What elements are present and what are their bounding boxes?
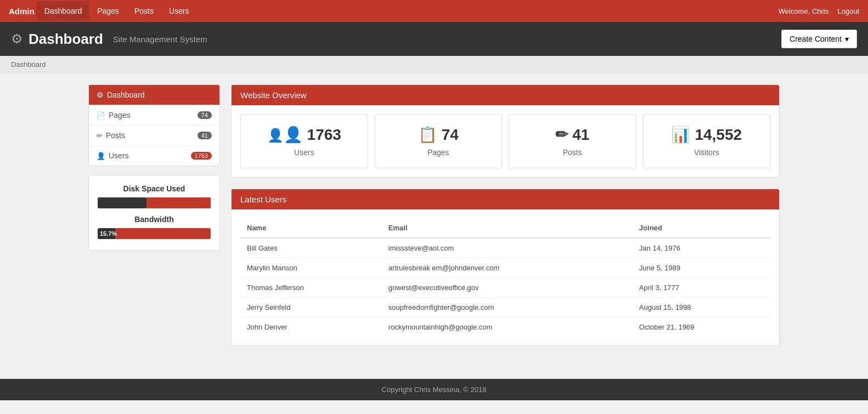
posts-badge: 41 bbox=[198, 132, 212, 139]
bandwidth-bar-container: 15.7% bbox=[98, 228, 211, 239]
table-row: Thomas Jefferson gowest@executiveoffice.… bbox=[240, 278, 770, 298]
nav-link-posts[interactable]: Posts bbox=[127, 1, 161, 21]
sidebar-gear-icon bbox=[97, 90, 104, 99]
header-bar: Dashboard Site Management System Create … bbox=[0, 22, 868, 56]
nav-link-pages[interactable]: Pages bbox=[89, 1, 127, 21]
cell-joined: June 5, 1989 bbox=[633, 258, 770, 278]
table-row: Marylin Manson artrulesbreak em@johndenv… bbox=[240, 258, 770, 278]
sidebar-item-users[interactable]: Users 1763 bbox=[89, 145, 219, 166]
stat-visitors-label: Visitors bbox=[694, 148, 719, 157]
sidebar-pages-label: Pages bbox=[109, 111, 131, 120]
nav-right: Welcome, Chris Logout bbox=[779, 7, 859, 15]
col-joined: Joined bbox=[633, 218, 770, 238]
create-content-caret: ▾ bbox=[845, 35, 849, 43]
stat-posts-label: Posts bbox=[563, 148, 582, 157]
brand-label: Admin bbox=[9, 7, 35, 16]
pages-icon bbox=[97, 111, 105, 120]
sidebar-users-label: Users bbox=[109, 151, 129, 160]
users-icon bbox=[97, 151, 105, 160]
cell-name: Marylin Manson bbox=[240, 258, 382, 278]
cell-joined: October 21, 1969 bbox=[633, 317, 770, 337]
breadcrumb-text: Dashboard bbox=[11, 60, 46, 69]
cell-email: rockymountainhigh@google.com bbox=[382, 317, 633, 337]
latest-users-body: Name Email Joined Bill Gates imisssteve@… bbox=[232, 209, 779, 345]
welcome-text: Welcome, Chris bbox=[779, 7, 829, 15]
overview-panel: Website Overview 👤 1763 Users 📋 74 Pages bbox=[231, 84, 780, 178]
stat-box-visitors: 📊 14,552 Visitors bbox=[643, 114, 771, 168]
stat-box-pages: 📋 74 Pages bbox=[375, 114, 503, 168]
bandwidth-title: Bandwidth bbox=[98, 215, 211, 224]
sidebar-item-pages[interactable]: Pages 74 bbox=[89, 105, 219, 125]
create-content-label: Create Content bbox=[790, 35, 842, 43]
sidebar: Dashboard Pages 74 Posts 41 Users bbox=[88, 84, 220, 357]
sidebar-menu-title: Dashboard bbox=[107, 90, 145, 99]
sidebar-posts-label: Posts bbox=[106, 131, 125, 140]
top-navigation: Admin Dashboard Pages Posts Users Welcom… bbox=[0, 0, 868, 22]
stat-posts-value: 41 bbox=[572, 126, 589, 144]
cell-name: Thomas Jefferson bbox=[240, 278, 382, 298]
disk-space-bar bbox=[98, 197, 146, 208]
cell-email: soupfreedomfighter@google.com bbox=[382, 298, 633, 317]
stat-users-value: 1763 bbox=[307, 126, 341, 144]
cell-email: imisssteve@aol.com bbox=[382, 238, 633, 258]
stat-box-users: 👤 1763 Users bbox=[240, 114, 368, 168]
cell-email: gowest@executiveoffice.gov bbox=[382, 278, 633, 298]
footer: Copyright Chris Messina, © 2018 bbox=[0, 379, 868, 400]
pages-badge: 74 bbox=[198, 111, 212, 119]
footer-text: Copyright Chris Messina, © 2018 bbox=[382, 385, 487, 394]
stat-user-icon: 👤 bbox=[267, 126, 303, 144]
disk-space-bar-container: 43% bbox=[98, 197, 211, 208]
users-badge: 1763 bbox=[191, 152, 212, 160]
latest-users-header: Latest Users bbox=[232, 189, 779, 209]
cell-joined: Jan 14, 1976 bbox=[633, 238, 770, 258]
table-row: Jerry Seinfeld soupfreedomfighter@google… bbox=[240, 298, 770, 317]
stat-visitors-value: 14,552 bbox=[695, 126, 742, 144]
stat-box-posts: ✏ 41 Posts bbox=[509, 114, 636, 168]
stat-posts-icon: ✏ bbox=[555, 126, 568, 144]
table-header-row: Name Email Joined bbox=[240, 218, 770, 238]
stat-users-label: Users bbox=[294, 148, 314, 157]
nav-link-dashboard[interactable]: Dashboard bbox=[37, 1, 90, 21]
bandwidth-label: 15.7% bbox=[100, 230, 117, 237]
table-row: John Denver rockymountainhigh@google.com… bbox=[240, 317, 770, 337]
stat-visitors-icon: 📊 bbox=[671, 126, 690, 144]
main-panel: Website Overview 👤 1763 Users 📋 74 Pages bbox=[231, 84, 780, 357]
latest-users-panel: Latest Users Name Email Joined Bill Gate… bbox=[231, 189, 780, 346]
disk-bandwidth-card: Disk Space Used 43% Bandwidth 15.7% bbox=[88, 175, 220, 251]
cell-name: Bill Gates bbox=[240, 238, 382, 258]
cell-name: John Denver bbox=[240, 317, 382, 337]
cell-joined: August 15, 1998 bbox=[633, 298, 770, 317]
col-email: Email bbox=[382, 218, 633, 238]
page-title: Dashboard bbox=[29, 31, 103, 48]
table-row: Bill Gates imisssteve@aol.com Jan 14, 19… bbox=[240, 238, 770, 258]
create-content-button[interactable]: Create Content ▾ bbox=[781, 30, 857, 48]
gear-icon bbox=[11, 31, 23, 47]
overview-panel-header: Website Overview bbox=[232, 85, 779, 105]
stats-boxes: 👤 1763 Users 📋 74 Pages ✏ 41 bbox=[232, 105, 779, 177]
sidebar-item-posts[interactable]: Posts 41 bbox=[89, 125, 219, 145]
nav-links: Dashboard Pages Posts Users bbox=[37, 1, 779, 21]
sidebar-menu: Dashboard Pages 74 Posts 41 Users bbox=[88, 84, 220, 166]
stat-pages-value: 74 bbox=[442, 126, 459, 144]
breadcrumb: Dashboard bbox=[0, 56, 868, 73]
disk-space-title: Disk Space Used bbox=[98, 184, 211, 193]
cell-name: Jerry Seinfeld bbox=[240, 298, 382, 317]
cell-email: artrulesbreak em@johndenver.com bbox=[382, 258, 633, 278]
stat-pages-label: Pages bbox=[427, 148, 449, 157]
title-area: Dashboard Site Management System bbox=[11, 31, 207, 48]
col-name: Name bbox=[240, 218, 382, 238]
cell-joined: April 3, 1777 bbox=[633, 278, 770, 298]
posts-icon bbox=[97, 131, 103, 140]
users-table: Name Email Joined Bill Gates imisssteve@… bbox=[240, 218, 770, 337]
sidebar-menu-header: Dashboard bbox=[89, 85, 219, 105]
main-content: Dashboard Pages 74 Posts 41 Users bbox=[77, 73, 791, 368]
page-subtitle: Site Management System bbox=[113, 35, 207, 44]
stat-pages-icon: 📋 bbox=[418, 126, 437, 144]
nav-link-users[interactable]: Users bbox=[161, 1, 197, 21]
logout-link[interactable]: Logout bbox=[837, 7, 859, 15]
